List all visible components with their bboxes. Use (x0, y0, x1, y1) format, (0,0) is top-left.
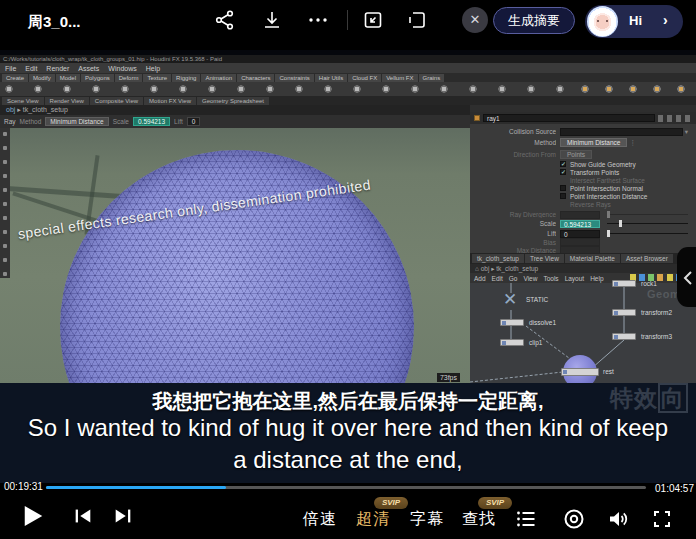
param-toggle-label: Point Intersection Normal (570, 185, 643, 192)
total-time: 01:04:57 (655, 483, 694, 494)
close-icon[interactable]: ✕ (462, 7, 488, 33)
parameter-header-icons (658, 115, 692, 122)
node-label: clip1 (529, 339, 542, 346)
settings-icon[interactable] (562, 507, 586, 535)
scale-label: Scale (470, 220, 556, 227)
direction-from-label: Direction From (470, 151, 556, 158)
path-root: obj (6, 106, 15, 113)
shelf-tab: Cloud FX (348, 74, 381, 82)
lift-slider (607, 233, 688, 234)
svip-badge-find: SVIP (478, 497, 512, 509)
bottom-pane-tabs: tk_cloth_setupTree ViewMaterial PaletteA… (470, 253, 696, 264)
path-node: tk_cloth_setup (23, 106, 68, 113)
checkbox (560, 193, 566, 199)
shelf-tab: Texture (143, 74, 171, 82)
param-toggle-label: Point Intersection Distance (570, 193, 647, 200)
toggle-list: ✓ Show Guide Geometry ✓ Transform Points… (470, 160, 696, 208)
side-drawer-handle[interactable] (677, 247, 696, 307)
method-label: Method (20, 118, 42, 125)
node-dissolve (500, 319, 524, 326)
parameter-panel-header: ray1 (470, 112, 696, 124)
shelf-tab: Modify (29, 74, 55, 82)
video-surface[interactable]: C:/Works/tutorials/cloth_wrap/tk_cloth_g… (0, 50, 696, 483)
houdini-menu-item: Edit (25, 65, 37, 72)
subtitle-zh: 我想把它抱在这里,然后在最后保持一定距离, (0, 388, 696, 415)
pip-icon[interactable] (361, 8, 385, 32)
param-toggle-row: Reverse Rays (470, 200, 696, 208)
node-label: dissolve1 (529, 319, 556, 326)
more-icon[interactable] (306, 8, 330, 32)
houdini-menu-bar: FileEditRenderAssetsWindowsHelp (0, 63, 696, 73)
checkbox (560, 185, 566, 191)
shelf-tool-icons (4, 84, 564, 94)
shelf-tab: Deform (115, 74, 143, 82)
subtitle-band: 特效向 我想把它抱在这里,然后在最后保持一定距离, So I wanted to… (0, 383, 696, 483)
playlist-icon[interactable] (514, 507, 538, 535)
bias-label: Bias (470, 239, 556, 246)
chevron-right-icon: › (663, 12, 668, 28)
toolbar-divider (347, 10, 348, 30)
shelf-tab: Characters (237, 74, 274, 82)
method-label: Method (470, 139, 556, 146)
node-transform2 (612, 309, 636, 316)
scale-chip: 0.594213 (133, 117, 170, 126)
shelf-tab: Grains (419, 74, 445, 82)
bottom-pane-tab: Material Palette (565, 254, 620, 263)
node-static: ✕ (503, 291, 517, 308)
volume-icon[interactable] (606, 507, 630, 535)
pane-tab: Composite View (90, 97, 143, 105)
shelf-tab: Vellum FX (382, 74, 417, 82)
param-toggle-label: Transform Points (570, 169, 619, 176)
avatar (587, 6, 618, 37)
shelf-light-tool-icons (580, 84, 690, 94)
shelf-tab: Rigging (172, 74, 200, 82)
generate-summary-button[interactable]: 生成摘要 (493, 7, 575, 34)
fullscreen-icon[interactable] (650, 507, 674, 535)
assistant-button[interactable]: Hi › (585, 5, 683, 38)
node-label: STATIC (526, 296, 548, 303)
shelf-tabs: CreateModifyModelPolygonsDeformTextureRi… (0, 73, 696, 82)
bottom-pane-tab: tk_cloth_setup (472, 254, 524, 263)
shelf-tab: Model (56, 74, 80, 82)
speed-button[interactable]: 倍速 (303, 509, 337, 530)
subtitle-en-line2: a distance at the end, (0, 446, 696, 474)
checkbox: ✓ (560, 169, 566, 175)
pane-tabs: Scene ViewRender ViewComposite ViewMotio… (0, 96, 696, 105)
subtitle-button[interactable]: 字幕 (410, 509, 444, 530)
pane-tab: Geometry Spreadsheet (197, 97, 269, 105)
pane-tab: Motion FX View (144, 97, 196, 105)
shelf-tab: Create (2, 74, 28, 82)
subtitle-en-line1: So I wanted to kind of hug it over here … (0, 414, 696, 442)
previous-button[interactable] (72, 505, 94, 531)
method-dropdown: Minimum Distance (560, 138, 627, 147)
lift-field: 0 (560, 230, 600, 238)
next-button[interactable] (112, 505, 134, 531)
control-bar: 倍速 超清 SVIP 字幕 查找 SVIP (0, 495, 696, 539)
dropdown-arrow-icon: ⋮ (629, 139, 636, 147)
seek-bar-fill (46, 486, 226, 489)
cast-icon[interactable] (405, 8, 429, 32)
houdini-menu-item: Assets (78, 65, 99, 72)
ray-divergence-label: Ray Divergence (470, 211, 556, 218)
node-rest (561, 368, 599, 376)
play-button[interactable] (16, 501, 46, 535)
download-icon[interactable] (260, 8, 284, 32)
node-label: transform2 (641, 309, 672, 316)
share-icon[interactable] (213, 8, 237, 32)
shelf-tab: Polygons (81, 74, 114, 82)
top-bar: 周3_0... (0, 0, 696, 50)
fps-counter: 73fps (437, 373, 460, 382)
param-toggle-row: ✓ Show Guide Geometry (470, 160, 696, 168)
video-title: 周3_0... (28, 13, 81, 32)
quality-button[interactable]: 超清 (356, 509, 390, 530)
node-name-field: ray1 (483, 114, 655, 122)
find-button[interactable]: 查找 (462, 509, 496, 530)
param-toggle-label: Show Guide Geometry (570, 161, 636, 168)
network-editor: ⌂ obj ▸ tk_cloth_setup AddEditGoViewTool… (470, 264, 696, 385)
bottom-pane-tab: Asset Browser (621, 254, 673, 263)
bias-field (560, 238, 600, 246)
ray-divergence-field (560, 211, 600, 219)
seek-bar[interactable] (46, 486, 646, 489)
dropdown-arrow-icon: ▾ (685, 128, 688, 136)
scale-slider (607, 223, 688, 224)
